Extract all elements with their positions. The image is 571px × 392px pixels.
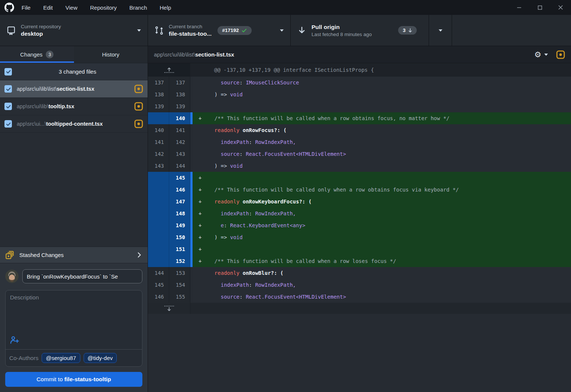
file-path: app\src\ui\lib\list\section-list.tsx xyxy=(17,86,129,92)
current-branch-button[interactable]: Current branch file-status-too... #17192 xyxy=(148,15,291,46)
new-line-number[interactable]: 143 xyxy=(169,148,190,160)
diff-context-line: 139139 xyxy=(148,100,571,112)
modified-status-icon xyxy=(134,84,143,93)
old-line-number[interactable] xyxy=(148,219,169,231)
new-line-number[interactable]: 141 xyxy=(169,124,190,136)
file-row[interactable]: app\src\ui\lib\list\section-list.tsx xyxy=(0,80,148,98)
old-line-number[interactable]: 141 xyxy=(148,136,169,148)
diff-context-line: 138138 ) => void xyxy=(148,89,571,100)
expand-row-filler xyxy=(190,303,571,314)
pull-origin-subtitle: Last fetched 8 minutes ago xyxy=(312,32,372,37)
new-line-number[interactable]: 153 xyxy=(169,267,190,279)
file-checkbox[interactable] xyxy=(4,103,12,110)
code-line: ) => void xyxy=(193,89,571,100)
changed-files-count: 3 changed files xyxy=(12,68,143,75)
old-line-number[interactable]: 137 xyxy=(148,77,169,89)
expand-hunk-up-button[interactable] xyxy=(148,63,190,77)
commit-description-input[interactable] xyxy=(6,290,142,334)
new-line-number[interactable]: 149 xyxy=(169,219,190,231)
old-line-number[interactable] xyxy=(148,172,169,184)
file-checkbox[interactable] xyxy=(4,120,12,128)
commit-button-prefix: Commit to xyxy=(36,376,64,382)
diff-path-filename: section-list.tsx xyxy=(195,51,234,58)
old-line-number[interactable]: 142 xyxy=(148,148,169,160)
old-line-number[interactable] xyxy=(148,231,169,243)
menu-file[interactable]: File xyxy=(22,4,30,11)
old-line-number[interactable]: 138 xyxy=(148,89,169,100)
new-line-number[interactable]: 138 xyxy=(169,89,190,100)
menu-help[interactable]: Help xyxy=(160,4,171,11)
toolbar: Current repository desktop Current branc… xyxy=(0,15,571,46)
commit-button[interactable]: Commit to file-status-tooltip xyxy=(5,372,142,387)
diff-added-line: 152+ /** This function will be called wh… xyxy=(148,255,571,267)
close-button[interactable] xyxy=(550,0,571,15)
tab-history[interactable]: History xyxy=(74,46,148,63)
add-coauthor-icon[interactable] xyxy=(10,336,19,344)
new-line-number[interactable]: 144 xyxy=(169,160,190,172)
pull-options-dropdown[interactable] xyxy=(429,15,452,46)
coauthor-pill[interactable]: @tidy-dev xyxy=(84,353,117,363)
stashed-changes-row[interactable]: Stashed Changes xyxy=(0,247,148,263)
expand-hunk-down-button[interactable] xyxy=(148,303,190,314)
pr-number: #17192 xyxy=(222,28,239,33)
old-line-number[interactable] xyxy=(148,255,169,267)
new-line-number[interactable]: 154 xyxy=(169,279,190,291)
new-line-number[interactable]: 140 xyxy=(169,112,190,124)
file-path: app\src\ui\lib\tooltip.tsx xyxy=(17,103,129,109)
close-icon xyxy=(558,5,563,10)
code-line: readonly onRowBlur?: ( xyxy=(193,267,571,279)
old-line-number[interactable]: 139 xyxy=(148,100,169,112)
file-row[interactable]: app\src\ui\lib\tooltip.tsx xyxy=(0,98,148,115)
menu-view[interactable]: View xyxy=(65,4,77,11)
old-line-number[interactable] xyxy=(148,184,169,196)
new-line-number[interactable]: 152 xyxy=(169,255,190,267)
maximize-button[interactable] xyxy=(529,0,550,15)
arrow-down-icon xyxy=(297,26,306,35)
menu-edit[interactable]: Edit xyxy=(43,4,53,11)
code-line: + readonly onRowKeyboardFocus?: ( xyxy=(193,196,571,208)
tab-changes[interactable]: Changes 3 xyxy=(0,46,74,63)
new-line-number[interactable]: 148 xyxy=(169,208,190,219)
chevron-right-icon xyxy=(136,252,142,258)
old-line-number[interactable]: 144 xyxy=(148,267,169,279)
new-line-number[interactable]: 155 xyxy=(169,291,190,303)
menu-branch[interactable]: Branch xyxy=(129,4,147,11)
old-line-number[interactable]: 143 xyxy=(148,160,169,172)
diff-options-button[interactable]: ⚙ xyxy=(534,51,548,58)
chevron-down-icon xyxy=(439,29,442,32)
new-line-number[interactable]: 137 xyxy=(169,77,190,89)
changes-count-badge: 3 xyxy=(46,51,54,58)
coauthor-pill[interactable]: @sergiou87 xyxy=(42,353,80,363)
code-line: indexPath: RowIndexPath, xyxy=(193,136,571,148)
old-line-number[interactable]: 140 xyxy=(148,124,169,136)
check-icon xyxy=(241,28,247,33)
current-repository-button[interactable]: Current repository desktop xyxy=(0,15,148,46)
minimize-button[interactable] xyxy=(509,0,529,15)
new-line-number[interactable]: 147 xyxy=(169,196,190,208)
check-icon xyxy=(6,87,11,91)
commit-summary-input[interactable] xyxy=(22,269,142,283)
new-line-number[interactable]: 139 xyxy=(169,100,190,112)
select-all-checkbox[interactable] xyxy=(4,68,12,75)
new-line-number[interactable]: 150 xyxy=(169,231,190,243)
old-line-number[interactable]: 145 xyxy=(148,279,169,291)
diff-context-line: 143144 ) => void xyxy=(148,160,571,172)
old-line-number[interactable]: 146 xyxy=(148,291,169,303)
new-line-number[interactable]: 145 xyxy=(169,172,190,184)
coauthors-row: Co-Authors @sergiou87@tidy-dev xyxy=(6,349,142,366)
pull-origin-button[interactable]: Pull origin Last fetched 8 minutes ago 3 xyxy=(291,15,429,46)
new-line-number[interactable]: 151 xyxy=(169,243,190,255)
old-line-number[interactable] xyxy=(148,112,169,124)
new-line-number[interactable]: 146 xyxy=(169,184,190,196)
hunk-header-row: @@ -137,10 +137,19 @@ interface ISection… xyxy=(148,63,571,77)
file-checkbox[interactable] xyxy=(4,85,12,93)
old-line-number[interactable] xyxy=(148,208,169,219)
arrow-down-icon xyxy=(408,28,412,33)
check-icon xyxy=(6,69,11,74)
old-line-number[interactable] xyxy=(148,196,169,208)
file-row[interactable]: app\src\ui...\tooltipped-content.tsx xyxy=(0,115,148,133)
old-line-number[interactable] xyxy=(148,243,169,255)
new-line-number[interactable]: 142 xyxy=(169,136,190,148)
menu-repository[interactable]: Repository xyxy=(90,4,117,11)
diff-context-line: 140141 readonly onRowFocus?: ( xyxy=(148,124,571,136)
